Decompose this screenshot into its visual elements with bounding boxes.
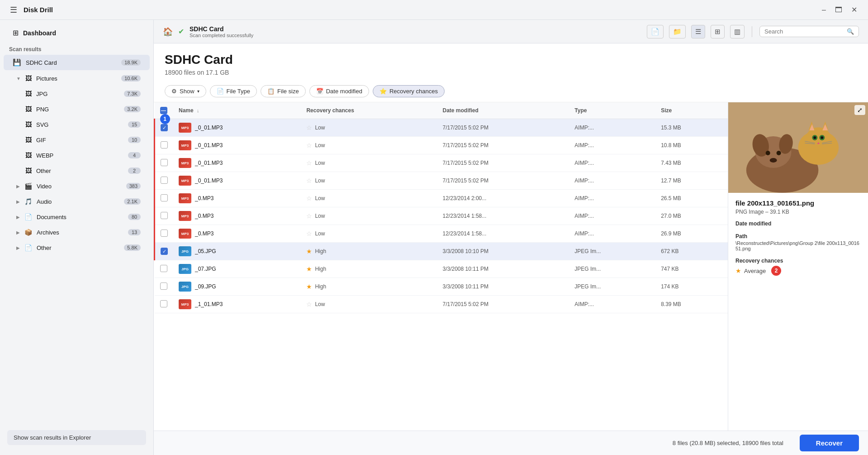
select-all-checkbox[interactable]	[160, 107, 167, 114]
grid-icon: ⊞	[13, 29, 19, 37]
row-date-cell: 7/17/2015 5:02 PM	[437, 119, 569, 137]
preview-recovery-row: ★ Average 2	[735, 266, 861, 276]
search-input[interactable]	[764, 28, 844, 35]
sidebar-item-pictures[interactable]: ▼ 🖼 Pictures 10.6K	[4, 71, 150, 86]
sidebar-badge-archives: 13	[128, 229, 141, 235]
date-modified-filter-btn[interactable]: 📅 Date modified	[309, 85, 369, 97]
dashboard-label: Dashboard	[23, 29, 56, 37]
row-name-cell: MP3 _0.MP3	[173, 190, 301, 207]
row-name-cell: JPG _07.JPG	[173, 260, 301, 278]
recovery-header[interactable]: Recovery chances	[301, 102, 437, 119]
sidebar-item-label: SDHC Card	[26, 59, 117, 66]
row-checkbox[interactable]	[161, 124, 168, 131]
page-title: SDHC Card	[165, 53, 857, 67]
table-row: MP3 _0_01.MP3 ☆ Low 7/17/2015 5:02 PM AI…	[155, 154, 728, 172]
sidebar-badge-gif: 10	[128, 137, 141, 143]
row-size-cell: 174 KB	[655, 278, 728, 296]
size-header[interactable]: Size	[655, 102, 728, 119]
close-btn[interactable]: ✕	[847, 4, 862, 16]
minimize-btn[interactable]: –	[817, 4, 830, 16]
sidebar-item-jpg[interactable]: 🖼 JPG 7.3K	[4, 86, 150, 101]
view-file-btn[interactable]: 📄	[647, 25, 664, 38]
file-type-filter-btn[interactable]: 📄 File Type	[210, 85, 257, 97]
show-scan-results-btn[interactable]: Show scan results in Explorer	[7, 430, 146, 445]
row-checkbox-cell[interactable]	[155, 137, 174, 154]
select-all-header[interactable]: 1	[155, 102, 174, 119]
table-row: JPG _09.JPG ★ High 3/3/2008 10:11 PM JPE…	[155, 278, 728, 296]
preview-info: file 200x113_001651.png PNG Image – 39.1…	[728, 193, 868, 431]
row-checkbox[interactable]	[160, 300, 167, 307]
sidebar-item-webp[interactable]: 🖼 WEBP 4	[4, 148, 150, 163]
row-checkbox-cell[interactable]	[155, 172, 174, 190]
file-type-icon: JPG	[179, 264, 191, 274]
row-checkbox-cell[interactable]	[155, 260, 174, 278]
sidebar-item-video[interactable]: ▶ 🎬 Video 383	[4, 179, 150, 193]
home-btn[interactable]: 🏠	[163, 27, 173, 37]
row-checkbox[interactable]	[161, 141, 168, 148]
svg-point-8	[777, 151, 781, 155]
star-filled-icon: ★	[306, 248, 312, 255]
file-size-label: File size	[277, 88, 299, 95]
row-checkbox-cell[interactable]	[155, 278, 174, 296]
sidebar-item-other-pic[interactable]: 🖼 Other 2	[4, 163, 150, 178]
row-recovery-cell: ☆ Low	[301, 119, 437, 137]
view-list-btn[interactable]: ☰	[691, 25, 705, 38]
sidebar-dashboard[interactable]: ⊞ Dashboard	[4, 25, 150, 41]
drive-icon: 💾	[13, 58, 21, 67]
row-recovery-cell: ★ High	[301, 278, 437, 296]
file-type-icon: MP3	[179, 176, 191, 186]
preview-image-container: ⤢	[728, 102, 868, 193]
page-header: SDHC Card 18900 files on 17.1 GB	[154, 43, 868, 81]
row-checkbox[interactable]	[161, 230, 168, 237]
row-checkbox[interactable]	[161, 177, 168, 184]
sidebar-item-audio[interactable]: ▶ 🎵 Audio 2.1K	[4, 194, 150, 209]
row-date-cell: 12/23/2014 1:58...	[437, 225, 569, 243]
row-recovery-cell: ☆ Low	[301, 225, 437, 243]
row-checkbox-cell[interactable]	[155, 296, 174, 313]
recover-btn[interactable]: Recover	[800, 435, 859, 451]
sidebar-item-gif[interactable]: 🖼 GIF 10	[4, 133, 150, 147]
maximize-btn[interactable]: 🗖	[830, 4, 847, 16]
date-header[interactable]: Date modified	[437, 102, 569, 119]
star-filled-icon: ★	[306, 265, 312, 273]
row-checkbox[interactable]	[161, 248, 168, 255]
sidebar-item-png[interactable]: 🖼 PNG 3.2K	[4, 102, 150, 116]
row-checkbox-cell[interactable]	[155, 154, 174, 172]
file-type-icon: JPG	[179, 282, 191, 292]
sidebar-item-other[interactable]: ▶ 📄 Other 5.8K	[4, 240, 150, 255]
row-checkbox-cell[interactable]	[155, 207, 174, 225]
type-header[interactable]: Type	[569, 102, 655, 119]
file-type-icon: MP3	[179, 140, 191, 150]
svg-point-6	[770, 158, 777, 163]
view-panel-btn[interactable]: ▥	[730, 25, 745, 38]
sidebar-item-documents[interactable]: ▶ 📄 Documents 80	[4, 210, 150, 224]
row-checkbox[interactable]	[161, 212, 168, 219]
preview-expand-btn[interactable]: ⤢	[854, 105, 865, 115]
row-checkbox[interactable]	[161, 194, 168, 201]
view-folder-btn[interactable]: 📁	[669, 25, 686, 38]
sidebar-item-svg[interactable]: 🖼 SVG 15	[4, 117, 150, 132]
recovery-chances-filter-btn[interactable]: ⭐ Recovery chances	[373, 85, 445, 97]
row-checkbox[interactable]	[160, 283, 167, 290]
sidebar-badge-sdhc: 18.9K	[121, 59, 141, 66]
recovery-text: Low	[315, 301, 325, 307]
sidebar-item-archives[interactable]: ▶ 📦 Archives 13	[4, 225, 150, 239]
chevron-right-icon4: ▶	[16, 230, 20, 235]
row-checkbox-cell[interactable]	[155, 190, 174, 207]
row-recovery-cell: ☆ Low	[301, 154, 437, 172]
name-header[interactable]: Name ↓	[173, 102, 301, 119]
row-checkbox-cell[interactable]	[155, 225, 174, 243]
row-checkbox[interactable]	[160, 265, 167, 272]
statusbar-text: 8 files (20.8 MB) selected, 18900 files …	[163, 440, 792, 446]
topnav: 🏠 ✔ SDHC Card Scan completed successfull…	[154, 20, 868, 43]
row-checkbox[interactable]	[161, 159, 168, 166]
row-checkbox-cell[interactable]	[155, 243, 174, 260]
menu-icon[interactable]: ☰	[6, 3, 21, 17]
view-grid-btn[interactable]: ⊞	[711, 25, 725, 38]
preview-image-svg	[728, 102, 868, 193]
file-size-filter-btn[interactable]: 📋 File size	[261, 85, 306, 97]
file-type-icon: MP3	[179, 193, 191, 203]
show-filter-btn[interactable]: ⚙ Show ▾	[165, 85, 206, 97]
sidebar-item-sdhc[interactable]: 💾 SDHC Card 18.9K	[4, 55, 150, 70]
topnav-scan-status: Scan completed successfully	[190, 33, 253, 38]
